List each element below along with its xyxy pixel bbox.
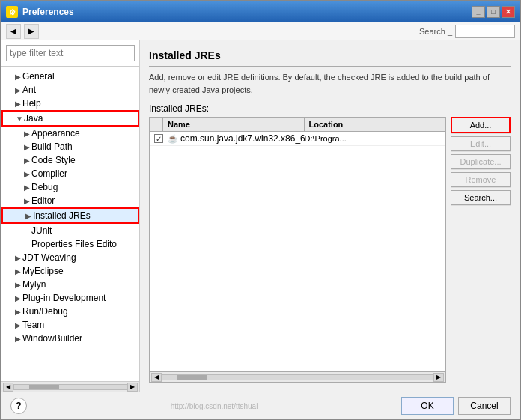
scroll-right-button[interactable]: ▶ <box>127 383 138 392</box>
tree-item-codestyle[interactable]: ▶ Code Style <box>1 153 139 167</box>
tree-label: Code Style <box>31 155 76 165</box>
arrow-icon: ▶ <box>13 308 22 316</box>
tree-item-help[interactable]: ▶ Help <box>1 97 139 110</box>
arrow-icon: ▶ <box>13 294 22 302</box>
th-location: Location <box>305 118 446 131</box>
tree-label: General <box>22 71 55 82</box>
maximize-button[interactable]: □ <box>487 6 500 18</box>
tree-item-java[interactable]: ▼ Java <box>1 110 139 127</box>
watermark-text: http://blog.csdn.net/ttshuai <box>171 402 258 410</box>
arrow-icon: ▶ <box>24 212 33 220</box>
toolbar-search-input[interactable] <box>455 25 515 38</box>
tree-label: Mylyn <box>22 279 46 290</box>
tree-item-buildpath[interactable]: ▶ Build Path <box>1 140 139 153</box>
tree-label: MyEclipse <box>22 266 64 276</box>
tree-item-mylyn[interactable]: ▶ Mylyn <box>1 278 139 291</box>
jre-table: Name Location ✓ ☕ com.sun.java.jdk7.win3… <box>149 117 446 383</box>
toolbar: ◀ ▶ Search _ <box>1 22 520 40</box>
help-button[interactable]: ? <box>10 398 27 414</box>
close-button[interactable]: ✕ <box>502 6 515 18</box>
arrow-icon: ▶ <box>22 143 31 151</box>
tree-label: Build Path <box>31 141 73 152</box>
tree-item-windowbuilder[interactable]: ▶ WindowBuilder <box>1 332 139 345</box>
minimize-button[interactable]: _ <box>472 6 485 18</box>
tree-item-editor[interactable]: ▶ Editor <box>1 194 139 207</box>
tree-item-team[interactable]: ▶ Team <box>1 318 139 332</box>
arrow-icon: ▶ <box>22 170 31 178</box>
scrollbar-thumb[interactable] <box>177 375 207 380</box>
tree-label: Properties Files Edito <box>31 239 117 249</box>
scroll-left-button[interactable]: ◀ <box>3 383 13 392</box>
table-scrollbar: ◀ ▶ <box>150 371 445 382</box>
scroll-left-button[interactable]: ◀ <box>151 373 162 382</box>
right-panel: Installed JREs Add, remove or edit JRE d… <box>140 40 520 392</box>
tree-item-myeclipse[interactable]: ▶ MyEclipse <box>1 264 139 278</box>
table-body: ✓ ☕ com.sun.java.jdk7.win32.x86_64_1.7.0… <box>150 132 445 371</box>
titlebar-buttons: _ □ ✕ <box>472 6 515 18</box>
tree-item-appearance[interactable]: ▶ Appearance <box>1 127 139 140</box>
duplicate-button[interactable]: Duplicate... <box>451 154 511 169</box>
th-name: Name <box>163 118 305 131</box>
checkbox-icon[interactable]: ✓ <box>154 134 163 143</box>
footer: ? http://blog.csdn.net/ttshuai OK Cancel <box>1 392 520 419</box>
back-button[interactable]: ◀ <box>6 24 21 39</box>
tree-label: Debug <box>31 182 58 192</box>
tree-item-installedjres[interactable]: ▶ Installed JREs <box>1 207 139 224</box>
ok-button[interactable]: OK <box>401 397 454 415</box>
footer-left: ? <box>10 398 27 414</box>
arrow-icon: ▶ <box>22 130 31 138</box>
tree-item-jdtweaving[interactable]: ▶ JDT Weaving <box>1 251 139 264</box>
search-input[interactable] <box>6 45 135 61</box>
th-checkbox <box>150 118 163 131</box>
search-button[interactable]: Search... <box>451 190 511 205</box>
tree-item-rundebug[interactable]: ▶ Run/Debug <box>1 305 139 318</box>
left-scrollbar: ◀ ▶ <box>1 381 139 392</box>
scrollbar-track[interactable] <box>162 374 433 380</box>
tree-item-plugindev[interactable]: ▶ Plug-in Development <box>1 291 139 305</box>
table-row[interactable]: ✓ ☕ com.sun.java.jdk7.win32.x86_64_1.7.0… <box>150 132 445 146</box>
scroll-right-button[interactable]: ▶ <box>433 373 444 382</box>
tree-item-propfiles[interactable]: ▶ Properties Files Edito <box>1 237 139 251</box>
tree-item-compiler[interactable]: ▶ Compiler <box>1 167 139 180</box>
tree-item-junit[interactable]: ▶ JUnit <box>1 224 139 237</box>
tree-label: Run/Debug <box>22 306 68 317</box>
tree-label: Ant <box>22 85 36 95</box>
cancel-button[interactable]: Cancel <box>458 397 511 415</box>
search-label: Search _ <box>419 27 452 36</box>
main-content: ▶ General ▶ Ant ▶ Help ▼ Java ▶ Appear <box>1 40 520 392</box>
arrow-icon: ▶ <box>13 86 22 94</box>
tree-area: ▶ General ▶ Ant ▶ Help ▼ Java ▶ Appear <box>1 67 139 381</box>
row-checkbox[interactable]: ✓ <box>154 134 168 143</box>
arrow-icon: ▶ <box>22 197 31 205</box>
tree-item-ant[interactable]: ▶ Ant <box>1 83 139 97</box>
tree-item-debug[interactable]: ▶ Debug <box>1 180 139 194</box>
titlebar: ⚙ Preferences _ □ ✕ <box>1 1 520 22</box>
jre-icon: ☕ <box>168 134 178 144</box>
arrow-icon: ▶ <box>13 267 22 276</box>
app-icon: ⚙ <box>6 6 18 18</box>
row-jre-location: D:\Progra... <box>305 134 442 143</box>
arrow-icon: ▶ <box>13 100 22 108</box>
add-button[interactable]: Add... <box>451 117 511 133</box>
tree-item-general[interactable]: ▶ General <box>1 70 139 83</box>
remove-button[interactable]: Remove <box>451 172 511 187</box>
scrollbar-track[interactable] <box>13 384 127 390</box>
arrow-icon: ▶ <box>13 321 22 329</box>
panel-description: Add, remove or edit JRE definitions. By … <box>149 71 511 96</box>
tree-label: Editor <box>31 195 55 206</box>
left-panel: ▶ General ▶ Ant ▶ Help ▼ Java ▶ Appear <box>1 40 140 392</box>
tree-label: JDT Weaving <box>22 252 76 263</box>
window-title: Preferences <box>22 7 472 17</box>
arrow-icon: ▶ <box>13 335 22 343</box>
tree-label: Java <box>24 113 43 124</box>
table-header: Name Location <box>150 118 445 132</box>
panel-title: Installed JREs <box>149 49 511 67</box>
tree-label: Installed JREs <box>33 210 91 221</box>
preferences-window: ⚙ Preferences _ □ ✕ ◀ ▶ Search _ ▶ Gener… <box>0 0 521 420</box>
arrow-icon: ▶ <box>13 281 22 289</box>
tree-label: Appearance <box>31 128 80 139</box>
edit-button[interactable]: Edit... <box>451 136 511 151</box>
arrow-icon: ▶ <box>22 156 31 165</box>
forward-button[interactable]: ▶ <box>24 24 39 39</box>
scrollbar-thumb[interactable] <box>29 385 59 389</box>
